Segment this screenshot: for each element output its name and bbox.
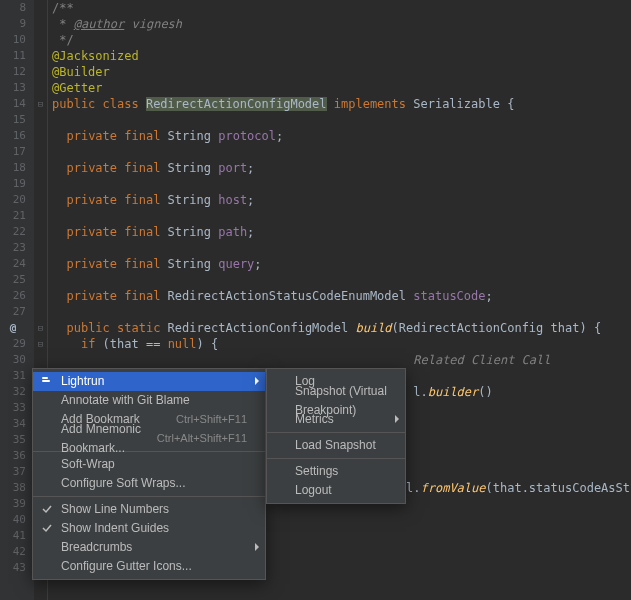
- menu-item-show-line-numbers[interactable]: Show Line Numbers: [33, 500, 265, 519]
- line-number[interactable]: 38: [0, 480, 26, 496]
- code-line[interactable]: [52, 208, 631, 224]
- code-line[interactable]: public static RedirectActionConfigModel …: [52, 320, 631, 336]
- code-line[interactable]: [52, 144, 631, 160]
- line-number[interactable]: 11: [0, 48, 26, 64]
- code-line[interactable]: Related Client Call: [52, 352, 631, 368]
- line-number[interactable]: 43: [0, 560, 26, 576]
- menu-item-label: Add Mnemonic Bookmark...: [61, 420, 157, 458]
- line-number[interactable]: 15: [0, 112, 26, 128]
- code-line[interactable]: @Builder: [52, 64, 631, 80]
- line-number[interactable]: 33: [0, 400, 26, 416]
- submenu-item-load-snapshot[interactable]: Load Snapshot: [267, 436, 405, 455]
- menu-item-annotate-git-blame[interactable]: Annotate with Git Blame: [33, 391, 265, 410]
- code-line[interactable]: private final String query;: [52, 256, 631, 272]
- line-number[interactable]: 10: [0, 32, 26, 48]
- fold-spacer: [34, 48, 47, 64]
- line-number[interactable]: 39: [0, 496, 26, 512]
- fold-spacer: [34, 272, 47, 288]
- menu-separator: [267, 432, 405, 433]
- submenu-item-logout[interactable]: Logout: [267, 481, 405, 500]
- fold-spacer: [34, 352, 47, 368]
- code-line[interactable]: [52, 272, 631, 288]
- menu-item-configure-soft-wraps[interactable]: Configure Soft Wraps...: [33, 474, 265, 493]
- fold-toggle-icon[interactable]: ⊟: [34, 320, 47, 336]
- fold-spacer: [34, 64, 47, 80]
- code-line[interactable]: if (that == null) {: [52, 336, 631, 352]
- menu-separator: [267, 458, 405, 459]
- fold-spacer: [34, 224, 47, 240]
- line-number[interactable]: 27: [0, 304, 26, 320]
- line-number[interactable]: 24: [0, 256, 26, 272]
- line-number[interactable]: 42: [0, 544, 26, 560]
- code-line[interactable]: [52, 240, 631, 256]
- line-number[interactable]: 34: [0, 416, 26, 432]
- line-number[interactable]: 26: [0, 288, 26, 304]
- submenu-item-snapshot[interactable]: Snapshot (Virtual Breakpoint): [267, 391, 405, 410]
- fold-spacer: [34, 160, 47, 176]
- code-line[interactable]: [52, 304, 631, 320]
- code-line[interactable]: @Jacksonized: [52, 48, 631, 64]
- menu-item-add-mnemonic-bookmark[interactable]: Add Mnemonic Bookmark... Ctrl+Alt+Shift+…: [33, 429, 265, 448]
- code-line[interactable]: @Getter: [52, 80, 631, 96]
- code-line[interactable]: */: [52, 32, 631, 48]
- line-number[interactable]: 32: [0, 384, 26, 400]
- menu-item-breadcrumbs[interactable]: Breadcrumbs: [33, 538, 265, 557]
- code-line[interactable]: [52, 176, 631, 192]
- fold-spacer: [34, 240, 47, 256]
- line-number-gutter[interactable]: 89101112131415161718192021222324252627@2…: [0, 0, 34, 600]
- menu-separator: [33, 496, 265, 497]
- code-line[interactable]: private final String port;: [52, 160, 631, 176]
- line-number[interactable]: 31: [0, 368, 26, 384]
- fold-toggle-icon[interactable]: ⊟: [34, 96, 47, 112]
- fold-toggle-icon[interactable]: ⊟: [34, 336, 47, 352]
- line-number[interactable]: 16: [0, 128, 26, 144]
- fold-spacer: [34, 288, 47, 304]
- line-number[interactable]: 23: [0, 240, 26, 256]
- fold-spacer: [34, 128, 47, 144]
- menu-item-lightrun[interactable]: Lightrun: [33, 372, 265, 391]
- menu-item-label: Metrics: [295, 410, 334, 429]
- line-number[interactable]: @: [0, 320, 26, 336]
- code-line[interactable]: [52, 112, 631, 128]
- line-number[interactable]: 35: [0, 432, 26, 448]
- code-line[interactable]: private final String protocol;: [52, 128, 631, 144]
- fold-spacer: [34, 208, 47, 224]
- line-number[interactable]: 8: [0, 0, 26, 16]
- line-number[interactable]: 14: [0, 96, 26, 112]
- line-number[interactable]: 29: [0, 336, 26, 352]
- lightrun-submenu: Log Snapshot (Virtual Breakpoint) Metric…: [266, 368, 406, 504]
- line-number[interactable]: 36: [0, 448, 26, 464]
- fold-spacer: [34, 0, 47, 16]
- lightrun-icon: [39, 374, 55, 390]
- line-number[interactable]: 40: [0, 512, 26, 528]
- submenu-arrow-icon: [395, 415, 399, 423]
- line-number[interactable]: 41: [0, 528, 26, 544]
- line-number[interactable]: 13: [0, 80, 26, 96]
- line-number[interactable]: 22: [0, 224, 26, 240]
- line-number[interactable]: 12: [0, 64, 26, 80]
- submenu-item-metrics[interactable]: Metrics: [267, 410, 405, 429]
- line-number[interactable]: 37: [0, 464, 26, 480]
- menu-item-show-indent-guides[interactable]: Show Indent Guides: [33, 519, 265, 538]
- code-line[interactable]: public class RedirectActionConfigModel i…: [52, 96, 631, 112]
- line-number[interactable]: 19: [0, 176, 26, 192]
- line-number[interactable]: 30: [0, 352, 26, 368]
- code-line[interactable]: * @author vignesh: [52, 16, 631, 32]
- fold-spacer: [34, 256, 47, 272]
- line-number[interactable]: 9: [0, 16, 26, 32]
- line-number[interactable]: 17: [0, 144, 26, 160]
- code-line[interactable]: private final String path;: [52, 224, 631, 240]
- fold-spacer: [34, 80, 47, 96]
- code-line[interactable]: private final String host;: [52, 192, 631, 208]
- line-number[interactable]: 25: [0, 272, 26, 288]
- fold-spacer: [34, 112, 47, 128]
- menu-item-shortcut: Ctrl+Alt+Shift+F11: [157, 429, 247, 448]
- submenu-item-settings[interactable]: Settings: [267, 462, 405, 481]
- code-line[interactable]: private final RedirectActionStatusCodeEn…: [52, 288, 631, 304]
- line-number[interactable]: 20: [0, 192, 26, 208]
- menu-item-soft-wrap[interactable]: Soft-Wrap: [33, 455, 265, 474]
- line-number[interactable]: 18: [0, 160, 26, 176]
- menu-item-configure-gutter-icons[interactable]: Configure Gutter Icons...: [33, 557, 265, 576]
- line-number[interactable]: 21: [0, 208, 26, 224]
- code-line[interactable]: /**: [52, 0, 631, 16]
